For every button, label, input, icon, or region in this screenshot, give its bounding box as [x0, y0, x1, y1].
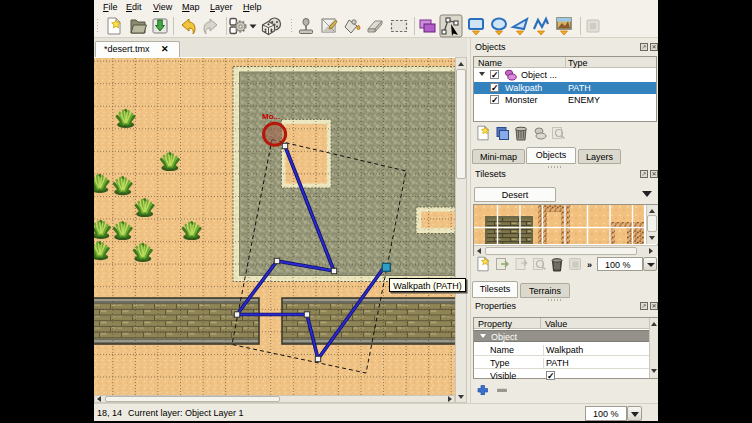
svg-text:Mo...: Mo...	[262, 112, 280, 121]
